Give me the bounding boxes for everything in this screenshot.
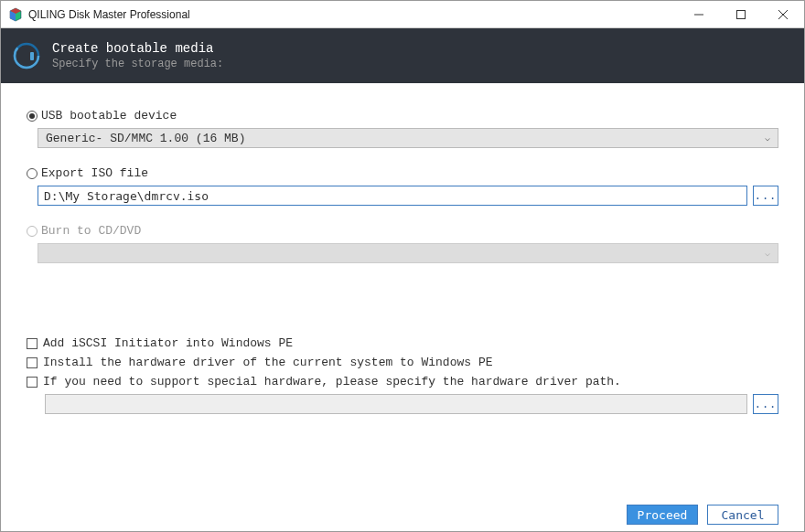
svg-rect-9: [30, 52, 34, 60]
checkbox-special[interactable]: If you need to support special hardware,…: [27, 375, 778, 388]
minimize-button[interactable]: [678, 1, 720, 27]
header-banner: Create bootable media Specify the storag…: [1, 28, 804, 83]
option-usb: USB bootable device Generic- SD/MMC 1.00…: [27, 109, 778, 148]
radio-iso-circle: [27, 168, 38, 179]
option-iso: Export ISO file D:\My Storage\dmrcv.iso …: [27, 166, 778, 206]
cddvd-device-dropdown: ⌵: [38, 243, 778, 263]
option-cddvd: Burn to CD/DVD ⌵: [27, 224, 778, 263]
close-button[interactable]: [762, 1, 804, 27]
radio-usb-label: USB bootable device: [41, 109, 177, 122]
checkbox-special-box: [27, 377, 38, 388]
driver-path-row: ...: [45, 394, 778, 414]
chevron-down-icon: ⌵: [765, 248, 770, 259]
window-controls: [678, 1, 804, 27]
banner-text: Create bootable media Specify the storag…: [52, 41, 223, 70]
title-bar: QILING Disk Master Professional: [1, 1, 804, 28]
radio-cddvd-label: Burn to CD/DVD: [41, 224, 141, 238]
iso-browse-button[interactable]: ...: [753, 186, 778, 206]
content-area: USB bootable device Generic- SD/MMC 1.00…: [1, 83, 804, 498]
driver-path-input: [45, 394, 747, 414]
radio-iso-label: Export ISO file: [41, 166, 148, 180]
radio-usb[interactable]: USB bootable device: [27, 109, 778, 122]
radio-cddvd-circle: [27, 226, 38, 237]
chevron-down-icon: ⌵: [765, 133, 770, 144]
checkbox-iscsi[interactable]: Add iSCSI Initiator into Windows PE: [27, 336, 778, 350]
checkbox-driver-box: [27, 357, 38, 368]
usb-device-value: Generic- SD/MMC 1.00 (16 MB): [46, 132, 765, 145]
checkbox-iscsi-label: Add iSCSI Initiator into Windows PE: [43, 336, 293, 350]
iso-path-input[interactable]: D:\My Storage\dmrcv.iso: [38, 186, 747, 206]
cancel-button[interactable]: Cancel: [707, 505, 778, 525]
maximize-button[interactable]: [720, 1, 762, 27]
driver-browse-button[interactable]: ...: [753, 394, 778, 414]
window-title: QILING Disk Master Professional: [28, 8, 678, 21]
checkbox-driver-label: Install the hardware driver of the curre…: [43, 356, 492, 369]
usb-device-dropdown[interactable]: Generic- SD/MMC 1.00 (16 MB) ⌵: [38, 128, 778, 148]
app-icon: [8, 7, 23, 22]
svg-rect-4: [737, 10, 746, 18]
radio-usb-circle: [27, 111, 38, 122]
iso-path-row: D:\My Storage\dmrcv.iso ...: [38, 186, 778, 206]
iso-path-value: D:\My Storage\dmrcv.iso: [44, 189, 209, 203]
footer: Proceed Cancel: [1, 498, 804, 531]
proceed-button[interactable]: Proceed: [627, 505, 698, 525]
banner-icon: [12, 41, 41, 70]
checkbox-special-label: If you need to support special hardware,…: [43, 375, 621, 388]
checkbox-driver[interactable]: Install the hardware driver of the curre…: [27, 356, 778, 369]
banner-subtitle: Specify the storage media:: [52, 58, 223, 70]
banner-title: Create bootable media: [52, 41, 223, 56]
checkbox-iscsi-box: [27, 338, 38, 349]
radio-cddvd: Burn to CD/DVD: [27, 224, 778, 238]
radio-iso[interactable]: Export ISO file: [27, 166, 778, 180]
